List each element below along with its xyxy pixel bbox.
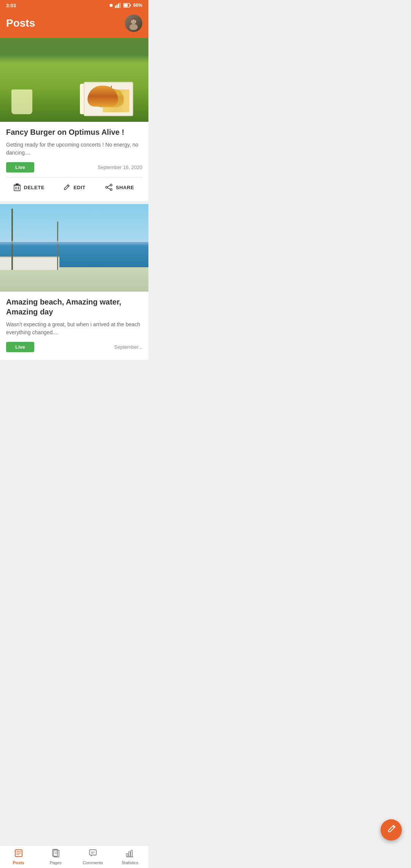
svg-point-18 bbox=[106, 187, 108, 188]
post-status-badge[interactable]: Live bbox=[6, 162, 34, 172]
svg-point-16 bbox=[110, 184, 112, 186]
post-item: Amazing beach, Amazing water, Amazing da… bbox=[0, 204, 148, 360]
post-divider bbox=[6, 177, 142, 177]
post-meta: Live September... bbox=[6, 342, 142, 352]
svg-rect-12 bbox=[16, 187, 16, 190]
post-title: Fancy Burger on Optimus Alive ! bbox=[6, 127, 142, 137]
post-excerpt: Getting ready for the upcoming concerts … bbox=[6, 141, 142, 157]
svg-rect-6 bbox=[124, 4, 127, 7]
post-image bbox=[0, 204, 148, 292]
svg-rect-2 bbox=[118, 3, 119, 8]
edit-icon bbox=[63, 183, 70, 191]
post-title: Amazing beach, Amazing water, Amazing da… bbox=[6, 297, 142, 317]
post-excerpt: Wasn't expecting a great, but when i arr… bbox=[6, 321, 142, 337]
svg-point-17 bbox=[110, 189, 112, 191]
svg-point-8 bbox=[129, 24, 138, 30]
page-header: Posts bbox=[0, 11, 148, 38]
svg-rect-3 bbox=[119, 3, 121, 8]
post-status-badge[interactable]: Live bbox=[6, 342, 34, 352]
signal-icon bbox=[115, 3, 121, 8]
svg-rect-15 bbox=[16, 183, 19, 185]
delete-label: DELETE bbox=[24, 185, 45, 190]
share-label: SHARE bbox=[116, 185, 134, 190]
svg-line-20 bbox=[108, 185, 111, 187]
svg-rect-13 bbox=[18, 187, 19, 190]
edit-label: EDIT bbox=[73, 185, 86, 190]
post-date: September... bbox=[114, 344, 142, 350]
share-icon bbox=[105, 183, 113, 191]
svg-rect-1 bbox=[116, 5, 118, 8]
post-content: Fancy Burger on Optimus Alive ! Getting … bbox=[0, 122, 148, 201]
svg-line-19 bbox=[108, 188, 111, 189]
post-meta: Live September 16, 2020 bbox=[6, 162, 142, 172]
notification-dot bbox=[110, 4, 113, 7]
burger-cup-decor bbox=[11, 89, 32, 114]
post-date: September 16, 2020 bbox=[97, 164, 142, 170]
svg-rect-14 bbox=[14, 185, 21, 185]
battery-percent: 66% bbox=[133, 3, 142, 8]
post-content: Amazing beach, Amazing water, Amazing da… bbox=[0, 292, 148, 360]
post-actions: DELETE EDIT bbox=[6, 179, 142, 198]
share-button[interactable]: SHARE bbox=[97, 180, 142, 194]
svg-point-10 bbox=[134, 21, 135, 21]
post-image bbox=[0, 38, 148, 122]
status-bar: 3:03 66% bbox=[0, 0, 148, 11]
status-time: 3:03 bbox=[6, 3, 16, 8]
trash-icon bbox=[13, 183, 21, 191]
edit-button[interactable]: EDIT bbox=[51, 180, 97, 194]
svg-rect-5 bbox=[130, 5, 131, 6]
svg-point-9 bbox=[132, 21, 133, 21]
posts-list: Fancy Burger on Optimus Alive ! Getting … bbox=[0, 38, 148, 389]
battery-icon bbox=[123, 3, 131, 8]
delete-button[interactable]: DELETE bbox=[6, 180, 51, 194]
status-icons: 66% bbox=[110, 3, 142, 8]
page-title: Posts bbox=[6, 17, 35, 29]
svg-rect-11 bbox=[14, 185, 20, 191]
post-item: Fancy Burger on Optimus Alive ! Getting … bbox=[0, 38, 148, 201]
svg-rect-0 bbox=[115, 6, 116, 8]
user-avatar[interactable] bbox=[125, 14, 142, 32]
